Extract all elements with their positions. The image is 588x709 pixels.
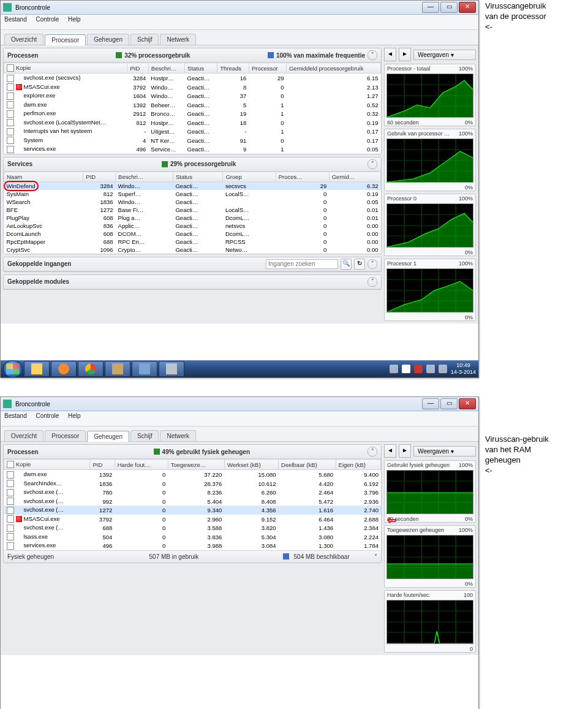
col-status[interactable]: Status [185, 63, 217, 74]
col-eg[interactable]: Eigen (kB) [336, 460, 381, 470]
taskbar-app3[interactable] [159, 361, 184, 377]
menu-bestand[interactable]: Bestand [4, 412, 27, 419]
tray-icon[interactable] [414, 365, 423, 373]
table-row[interactable]: MSASCui.exe379202.9609.1526.4642.688 [4, 515, 382, 523]
table-row[interactable]: DcomLaunch608DCOM…Geacti…DcomL…00.00 [4, 230, 381, 238]
close-button[interactable]: ✕ [459, 2, 476, 13]
expand-icon[interactable]: ˅ [368, 277, 377, 287]
weergaven-button[interactable]: Weergaven ▾ [413, 446, 476, 457]
minimize-button[interactable]: — [422, 398, 439, 409]
tab-geheugen[interactable]: Geheugen [87, 431, 129, 442]
expand-icon[interactable]: ˅ [374, 553, 377, 560]
start-button[interactable] [3, 360, 23, 377]
panel-header[interactable]: Gekoppelde modules ˅ [4, 275, 381, 289]
table-row[interactable]: dwm.exe1392037.22015.0805.6809.400 [4, 470, 382, 479]
maximize-button[interactable]: ▭ [440, 2, 458, 13]
nav-right-button[interactable]: ► [399, 48, 411, 61]
table-row[interactable]: lsass.exe50403.8365.3043.0802.224 [4, 533, 382, 541]
taskbar-explorer[interactable] [24, 361, 50, 377]
col-gemid[interactable]: Gemid… [329, 172, 380, 181]
titlebar[interactable]: Broncontrole — ▭ ✕ [1, 1, 478, 15]
col-hf[interactable]: Harde fout… [115, 460, 168, 470]
tab-geheugen[interactable]: Geheugen [87, 34, 129, 45]
table-row[interactable]: explorer.exe1604Windo…Geacti…3701.27 [4, 91, 381, 100]
table-row[interactable]: SysMain812Superf…Geacti…LocalS…00.19 [4, 190, 381, 198]
taskbar-wmp[interactable] [51, 361, 77, 377]
table-row[interactable]: WinDefend3284Windo…Geacti…secsvcs296.32 [4, 181, 381, 190]
collapse-icon[interactable]: ˄ [368, 159, 377, 169]
maximize-button[interactable]: ▭ [440, 398, 458, 409]
table-row[interactable]: PlugPlay608Plug a…Geacti…DcomL…00.01 [4, 214, 381, 222]
col-naam[interactable]: Naam [4, 172, 83, 181]
tray-icon[interactable] [390, 365, 398, 373]
table-row[interactable]: svchost.exe (secsvcs)3284Hostpr…Geacti…1… [4, 74, 381, 83]
table-row[interactable]: svchost.exe (…127209.3404.3561.6162.740 [4, 506, 382, 514]
col-ws[interactable]: Werkset (kB) [224, 460, 278, 470]
tab-schijf[interactable]: Schijf [130, 34, 159, 45]
tray-audio-icon[interactable] [426, 365, 435, 373]
table-row[interactable]: CryptSvc1096Crypto…Geacti…Netwo…00.00 [4, 246, 381, 254]
col-proces[interactable]: Proces… [276, 172, 329, 181]
collapse-icon[interactable]: ˄ [368, 447, 377, 457]
taskbar-app2[interactable] [132, 361, 157, 377]
table-row[interactable]: svchost.exe (…78008.2366.2602.4643.796 [4, 488, 382, 496]
collapse-icon[interactable]: ˄ [368, 50, 377, 60]
tab-overzicht[interactable]: Overzicht [4, 34, 43, 45]
minimize-button[interactable]: — [422, 2, 439, 13]
col-pid[interactable]: PID [83, 172, 116, 181]
process-table[interactable]: Kopie PID Beschri… Status Threads Proces… [4, 63, 381, 154]
menu-help[interactable]: Help [68, 16, 81, 23]
titlebar[interactable]: Broncontrole — ▭ ✕ [1, 397, 478, 411]
tab-netwerk[interactable]: Netwerk [160, 34, 196, 45]
panel-header[interactable]: Services 29% processorgebruik ˄ [4, 157, 381, 172]
col-processor[interactable]: Processor [249, 63, 286, 74]
services-table[interactable]: Naam PID Beschri… Status Groep Proces… G… [4, 172, 381, 254]
menu-bestand[interactable]: Bestand [4, 16, 27, 23]
weergaven-button[interactable]: Weergaven ▾ [413, 50, 476, 60]
panel-header[interactable]: Gekoppelde ingangen 🔍 ↻ ˅ [4, 257, 381, 271]
table-row[interactable]: svchost.exe (LocalSystemNet…812Hostpr…Ge… [4, 118, 381, 127]
table-row[interactable]: System4NT Ker…Geacti…9100.17 [4, 136, 381, 145]
search-input[interactable] [266, 259, 338, 269]
panel-header[interactable]: Processen 32% processorgebruik 100% van … [4, 48, 381, 63]
panel-fysiek-header[interactable]: Fysiek geheugen 507 MB in gebruik 504 MB… [4, 550, 381, 563]
table-row[interactable]: perfmon.exe2912Bronco…Geacti…1910.32 [4, 109, 381, 118]
table-row[interactable]: BFE1272Base Fi…Geacti…LocalS…00.01 [4, 206, 381, 214]
nav-left-button[interactable]: ◄ [384, 48, 396, 61]
table-row[interactable]: MSASCui.exe3792Windo…Geacti…802.13 [4, 83, 381, 91]
col-status[interactable]: Status [173, 172, 222, 181]
col-groep[interactable]: Groep [223, 172, 276, 181]
table-row[interactable]: AeLookupSvc836Applic…Geacti…netsvcs00.00 [4, 222, 381, 230]
tab-schijf[interactable]: Schijf [130, 430, 159, 441]
expand-icon[interactable]: ˅ [368, 259, 377, 269]
col-pid[interactable]: PID [90, 460, 115, 470]
search-icon[interactable]: 🔍 [341, 259, 352, 270]
table-row[interactable]: services.exe496Service…Geacti…910.05 [4, 145, 381, 153]
nav-left-button[interactable]: ◄ [384, 444, 396, 458]
tray-flag-icon[interactable] [402, 365, 410, 373]
col-db[interactable]: Deelbaar (kB) [279, 460, 336, 470]
table-row[interactable]: Interrupts van het systeem-Uitgest…Geact… [4, 127, 381, 135]
tray-icon[interactable] [439, 365, 447, 373]
col-kopie[interactable]: Kopie [4, 63, 127, 74]
taskbar-app1[interactable] [105, 361, 130, 377]
table-row[interactable]: svchost.exe (…99205.4048.4085.4722.936 [4, 497, 382, 506]
close-button[interactable]: ✕ [459, 398, 476, 409]
menu-controle[interactable]: Controle [36, 16, 59, 23]
table-row[interactable]: RpcEptMapper688RPC En…Geacti…RPCSS00.00 [4, 238, 381, 246]
taskbar[interactable]: 10:4914-3-2014 [1, 360, 478, 377]
col-kopie[interactable]: Kopie [4, 460, 90, 470]
taskbar-chrome[interactable] [78, 361, 104, 377]
table-row[interactable]: svchost.exe (…68803.5883.8201.4362.384 [4, 523, 382, 532]
clock[interactable]: 10:4914-3-2014 [451, 362, 476, 376]
system-tray[interactable]: 10:4914-3-2014 [390, 362, 476, 376]
panel-header[interactable]: Processen 49% gebruikt fysiek geheugen ˄ [4, 445, 381, 459]
refresh-icon[interactable]: ↻ [354, 259, 365, 270]
table-row[interactable]: dwm.exe1392Beheer…Geacti…510.52 [4, 100, 381, 109]
tab-netwerk[interactable]: Netwerk [160, 430, 196, 441]
table-row[interactable]: services.exe49603.9883.0841.3001.784 [4, 541, 382, 550]
col-beschr[interactable]: Beschri… [116, 172, 173, 181]
tab-processor[interactable]: Processor [45, 430, 86, 441]
col-pid[interactable]: PID [127, 63, 148, 74]
process-table[interactable]: Kopie PID Harde fout… Toegeweze… Werkset… [4, 459, 381, 550]
